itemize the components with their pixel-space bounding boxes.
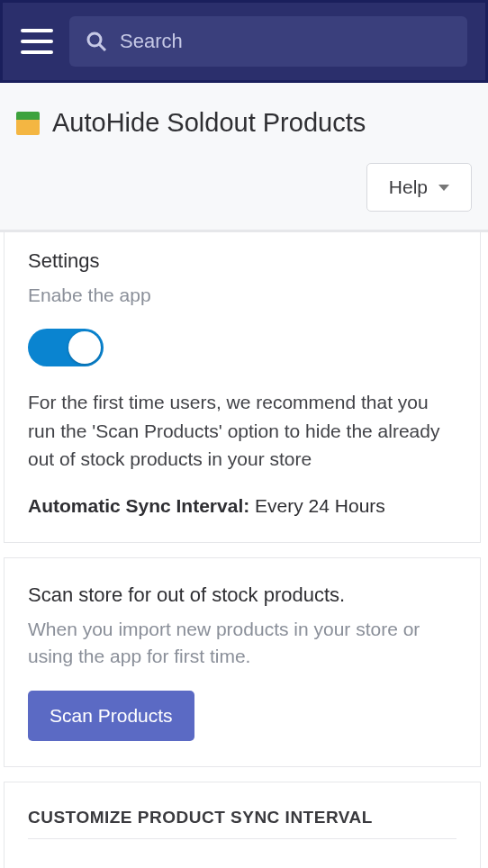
scan-products-button[interactable]: Scan Products bbox=[28, 691, 194, 741]
app-icon bbox=[16, 112, 40, 135]
recommend-text: For the first time users, we recommend t… bbox=[28, 388, 456, 474]
enable-app-toggle[interactable] bbox=[28, 329, 104, 366]
svg-line-1 bbox=[99, 44, 105, 50]
scan-card: Scan store for out of stock products. Wh… bbox=[4, 557, 481, 767]
sync-interval-value: Every 24 Hours bbox=[255, 495, 385, 516]
help-button-label: Help bbox=[389, 176, 428, 198]
search-input[interactable] bbox=[120, 30, 451, 53]
svg-point-0 bbox=[88, 33, 101, 46]
top-bar bbox=[0, 0, 488, 83]
hamburger-menu-icon[interactable] bbox=[21, 29, 53, 54]
scan-products-button-label: Scan Products bbox=[50, 705, 173, 726]
toggle-knob bbox=[68, 331, 101, 364]
settings-title: Settings bbox=[28, 249, 456, 273]
search-box[interactable] bbox=[69, 16, 467, 67]
sync-interval-line: Automatic Sync Interval: Every 24 Hours bbox=[28, 495, 456, 517]
help-button[interactable]: Help bbox=[366, 163, 472, 212]
chevron-down-icon bbox=[438, 185, 449, 191]
enable-app-label: Enabe the app bbox=[28, 282, 456, 309]
sync-interval-label: Automatic Sync Interval: bbox=[28, 495, 249, 516]
search-icon bbox=[86, 31, 107, 52]
settings-card: Settings Enabe the app For the first tim… bbox=[4, 231, 481, 543]
scan-subtitle: When you import new products in your sto… bbox=[28, 616, 456, 671]
page-header: AutoHide Soldout Products Help bbox=[0, 83, 488, 231]
main-scroll-area[interactable]: Settings Enabe the app For the first tim… bbox=[0, 231, 488, 868]
customize-card: CUSTOMIZE PRODUCT SYNC INTERVAL bbox=[4, 782, 481, 868]
page-title: AutoHide Soldout Products bbox=[52, 108, 366, 138]
scan-title: Scan store for out of stock products. bbox=[28, 583, 456, 607]
customize-heading: CUSTOMIZE PRODUCT SYNC INTERVAL bbox=[28, 808, 456, 839]
